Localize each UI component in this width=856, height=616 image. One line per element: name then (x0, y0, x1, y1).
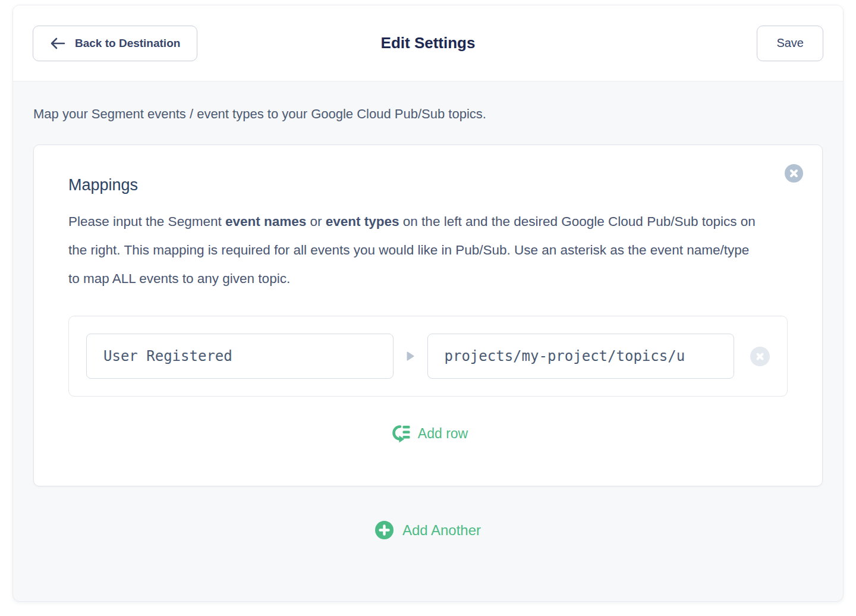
event-name-input[interactable] (86, 334, 394, 379)
mappings-card: Mappings Please input the Segment event … (33, 144, 823, 486)
mapping-row (68, 316, 788, 397)
insert-row-icon (388, 424, 410, 443)
add-row-label: Add row (418, 426, 468, 442)
close-icon (756, 352, 764, 361)
add-another-label: Add Another (402, 522, 481, 539)
desc-bold-event-names: event names (225, 214, 306, 229)
desc-bold-event-types: event types (326, 214, 399, 229)
page-description: Map your Segment events / event types to… (33, 105, 823, 123)
settings-panel: Back to Destination Edit Settings Save M… (12, 5, 844, 602)
save-button[interactable]: Save (757, 26, 823, 61)
save-button-label: Save (776, 36, 804, 50)
header: Back to Destination Edit Settings Save (13, 5, 843, 81)
mappings-title: Mappings (68, 176, 788, 194)
mappings-description: Please input the Segment event names or … (68, 208, 764, 293)
close-icon (789, 169, 798, 178)
settings-body: Map your Segment events / event types to… (13, 81, 843, 539)
back-arrow-icon (50, 37, 65, 50)
plus-circle-icon (375, 521, 394, 539)
desc-part2: or (306, 214, 326, 229)
maps-to-arrow-icon (407, 351, 414, 361)
back-button-label: Back to Destination (75, 37, 180, 50)
topic-input[interactable] (427, 334, 735, 379)
add-row-button[interactable]: Add row (68, 424, 788, 443)
delete-row-button[interactable] (750, 347, 770, 366)
desc-part1: Please input the Segment (68, 214, 225, 229)
add-another-button[interactable]: Add Another (33, 521, 823, 539)
card-close-button[interactable] (785, 164, 803, 183)
back-to-destination-button[interactable]: Back to Destination (33, 26, 197, 61)
